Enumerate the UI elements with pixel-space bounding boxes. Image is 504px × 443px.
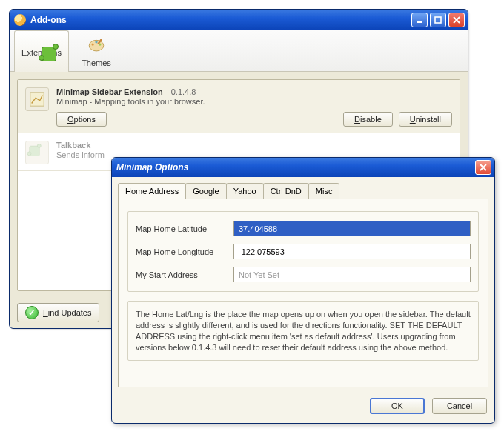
svg-rect-1 bbox=[435, 17, 441, 23]
options-dialog: Minimap Options Home Address Google Yaho… bbox=[111, 157, 495, 424]
tab-themes-label: Themes bbox=[82, 59, 111, 67]
tab-home-address[interactable]: Home Address bbox=[118, 183, 186, 199]
firefox-icon bbox=[14, 14, 26, 26]
maximize-button[interactable] bbox=[430, 13, 446, 27]
ext-version: 0.1.4.8 bbox=[171, 87, 196, 96]
svg-point-3 bbox=[92, 43, 94, 45]
help-text: The Home Lat/Lng is the place the map op… bbox=[127, 301, 479, 361]
lat-input[interactable] bbox=[233, 221, 471, 236]
tab-extensions[interactable]: Extensions bbox=[14, 30, 69, 72]
minimize-button[interactable] bbox=[411, 13, 428, 27]
options-titlebar[interactable]: Minimap Options bbox=[112, 158, 494, 177]
ext-desc: Minimap - Mapping tools in your browser. bbox=[56, 97, 452, 106]
extension-item-minimap[interactable]: Minimap Sidebar Extension 0.1.4.8 Minima… bbox=[18, 80, 460, 133]
tab-ctrl-dnd[interactable]: Ctrl DnD bbox=[263, 183, 309, 199]
palette-icon bbox=[86, 35, 107, 57]
minimap-icon bbox=[25, 87, 49, 111]
addons-title: Add-ons bbox=[30, 15, 67, 25]
start-input[interactable] bbox=[233, 267, 471, 282]
tab-yahoo[interactable]: Yahoo bbox=[226, 183, 264, 199]
disable-button[interactable]: Disable bbox=[343, 112, 393, 127]
talkback-icon bbox=[25, 141, 49, 164]
lat-label: Map Home Latitude bbox=[136, 224, 233, 233]
checkmark-icon: ✓ bbox=[25, 306, 39, 319]
cancel-button[interactable]: Cancel bbox=[432, 398, 487, 414]
uninstall-button[interactable]: Uninstall bbox=[399, 112, 452, 127]
ext-name: Minimap Sidebar Extension bbox=[56, 87, 163, 96]
dialog-buttons: OK Cancel bbox=[112, 393, 494, 423]
ext-name: Talkback bbox=[56, 141, 90, 150]
options-button[interactable]: Options bbox=[56, 112, 107, 127]
tabpanel-home-address: Map Home Latitude Map Home Longitude My … bbox=[118, 199, 488, 387]
addons-toolbar: Extensions Themes bbox=[10, 30, 468, 72]
close-button[interactable] bbox=[448, 13, 465, 27]
addons-titlebar[interactable]: Add-ons bbox=[10, 10, 468, 30]
ok-button[interactable]: OK bbox=[370, 398, 425, 414]
field-group: Map Home Latitude Map Home Longitude My … bbox=[127, 211, 479, 292]
tab-google[interactable]: Google bbox=[185, 183, 226, 199]
options-tabs: Home Address Google Yahoo Ctrl DnD Misc bbox=[118, 183, 488, 199]
lng-input[interactable] bbox=[233, 244, 471, 259]
lng-label: Map Home Longitude bbox=[136, 247, 233, 256]
svg-rect-0 bbox=[417, 21, 422, 23]
close-button[interactable] bbox=[475, 160, 491, 175]
start-label: My Start Address bbox=[136, 270, 233, 279]
tab-themes[interactable]: Themes bbox=[69, 30, 124, 71]
find-updates-button[interactable]: ✓ Find Updates bbox=[17, 303, 99, 322]
tab-misc[interactable]: Misc bbox=[308, 183, 340, 199]
options-title: Minimap Options bbox=[116, 162, 188, 173]
svg-point-4 bbox=[95, 41, 97, 43]
